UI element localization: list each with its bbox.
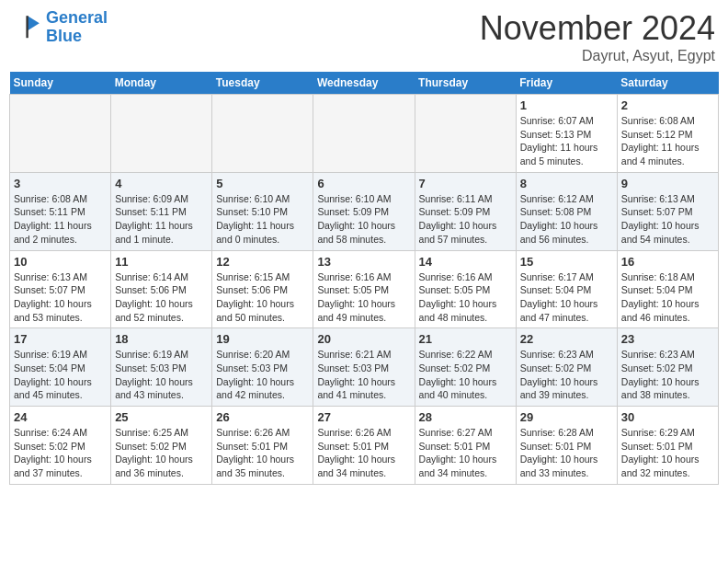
weekday-header: Monday — [111, 72, 212, 95]
calendar-cell: 19Sunrise: 6:20 AM Sunset: 5:03 PM Dayli… — [212, 328, 313, 407]
day-number: 2 — [621, 98, 714, 112]
calendar-cell: 18Sunrise: 6:19 AM Sunset: 5:03 PM Dayli… — [111, 328, 212, 407]
day-info: Sunrise: 6:08 AM Sunset: 5:11 PM Dayligh… — [14, 192, 107, 247]
calendar-cell: 29Sunrise: 6:28 AM Sunset: 5:01 PM Dayli… — [516, 407, 617, 485]
calendar-cell: 6Sunrise: 6:10 AM Sunset: 5:09 PM Daylig… — [313, 172, 415, 250]
day-info: Sunrise: 6:16 AM Sunset: 5:05 PM Dayligh… — [317, 270, 410, 325]
calendar-week-row: 17Sunrise: 6:19 AM Sunset: 5:04 PM Dayli… — [10, 328, 719, 407]
calendar-cell: 24Sunrise: 6:24 AM Sunset: 5:02 PM Dayli… — [10, 407, 111, 485]
calendar-cell: 8Sunrise: 6:12 AM Sunset: 5:08 PM Daylig… — [516, 172, 617, 250]
calendar-cell: 2Sunrise: 6:08 AM Sunset: 5:12 PM Daylig… — [617, 95, 718, 173]
header-row: SundayMondayTuesdayWednesdayThursdayFrid… — [10, 72, 719, 95]
day-info: Sunrise: 6:19 AM Sunset: 5:04 PM Dayligh… — [14, 348, 107, 402]
calendar-table: SundayMondayTuesdayWednesdayThursdayFrid… — [9, 72, 719, 485]
calendar-cell: 12Sunrise: 6:15 AM Sunset: 5:06 PM Dayli… — [212, 250, 313, 328]
day-info: Sunrise: 6:17 AM Sunset: 5:04 PM Dayligh… — [520, 270, 613, 325]
calendar-cell: 30Sunrise: 6:29 AM Sunset: 5:01 PM Dayli… — [617, 407, 718, 485]
day-info: Sunrise: 6:28 AM Sunset: 5:01 PM Dayligh… — [520, 426, 613, 480]
day-number: 14 — [419, 255, 512, 269]
logo-icon — [13, 13, 42, 42]
day-number: 20 — [317, 332, 410, 346]
day-number: 25 — [115, 410, 208, 424]
weekday-header: Saturday — [617, 72, 718, 95]
day-info: Sunrise: 6:14 AM Sunset: 5:06 PM Dayligh… — [115, 270, 208, 325]
day-number: 23 — [621, 332, 714, 346]
day-info: Sunrise: 6:19 AM Sunset: 5:03 PM Dayligh… — [115, 348, 208, 402]
calendar-cell: 22Sunrise: 6:23 AM Sunset: 5:02 PM Dayli… — [516, 328, 617, 407]
day-number: 17 — [14, 332, 107, 346]
calendar-cell: 11Sunrise: 6:14 AM Sunset: 5:06 PM Dayli… — [111, 250, 212, 328]
day-number: 11 — [115, 255, 208, 269]
day-number: 3 — [14, 177, 107, 190]
day-number: 24 — [14, 410, 107, 424]
day-number: 18 — [115, 332, 208, 346]
calendar-cell — [111, 95, 212, 173]
weekday-header: Friday — [516, 72, 617, 95]
calendar-cell: 3Sunrise: 6:08 AM Sunset: 5:11 PM Daylig… — [10, 172, 111, 250]
title-area: November 2024 Dayrut, Asyut, Egypt — [480, 9, 715, 64]
calendar-cell — [313, 95, 415, 173]
day-info: Sunrise: 6:07 AM Sunset: 5:13 PM Dayligh… — [520, 114, 613, 168]
day-info: Sunrise: 6:25 AM Sunset: 5:02 PM Dayligh… — [115, 426, 208, 480]
day-number: 16 — [621, 255, 714, 269]
calendar-cell: 7Sunrise: 6:11 AM Sunset: 5:09 PM Daylig… — [415, 172, 516, 250]
day-info: Sunrise: 6:18 AM Sunset: 5:04 PM Dayligh… — [621, 270, 714, 325]
day-number: 12 — [216, 255, 309, 269]
header: General Blue November 2024 Dayrut, Asyut… — [9, 9, 719, 64]
location: Dayrut, Asyut, Egypt — [480, 48, 715, 64]
weekday-header: Wednesday — [313, 72, 415, 95]
day-info: Sunrise: 6:27 AM Sunset: 5:01 PM Dayligh… — [419, 426, 512, 480]
calendar-cell: 5Sunrise: 6:10 AM Sunset: 5:10 PM Daylig… — [212, 172, 313, 250]
day-number: 30 — [621, 410, 714, 424]
day-info: Sunrise: 6:23 AM Sunset: 5:02 PM Dayligh… — [520, 348, 613, 402]
day-info: Sunrise: 6:15 AM Sunset: 5:06 PM Dayligh… — [216, 270, 309, 325]
day-info: Sunrise: 6:26 AM Sunset: 5:01 PM Dayligh… — [317, 426, 410, 480]
day-number: 1 — [520, 98, 613, 112]
day-number: 22 — [520, 332, 613, 346]
calendar-cell — [415, 95, 516, 173]
day-number: 13 — [317, 255, 410, 269]
calendar-cell: 1Sunrise: 6:07 AM Sunset: 5:13 PM Daylig… — [516, 95, 617, 173]
day-number: 7 — [419, 177, 512, 190]
day-number: 26 — [216, 410, 309, 424]
day-number: 4 — [115, 177, 208, 190]
day-number: 9 — [621, 177, 714, 190]
day-number: 21 — [419, 332, 512, 346]
calendar-cell: 10Sunrise: 6:13 AM Sunset: 5:07 PM Dayli… — [10, 250, 111, 328]
calendar-cell: 23Sunrise: 6:23 AM Sunset: 5:02 PM Dayli… — [617, 328, 718, 407]
day-info: Sunrise: 6:24 AM Sunset: 5:02 PM Dayligh… — [14, 426, 107, 480]
day-info: Sunrise: 6:22 AM Sunset: 5:02 PM Dayligh… — [419, 348, 512, 402]
day-info: Sunrise: 6:13 AM Sunset: 5:07 PM Dayligh… — [14, 270, 107, 325]
month-title: November 2024 — [480, 9, 715, 48]
logo: General Blue — [13, 9, 108, 46]
calendar-cell: 15Sunrise: 6:17 AM Sunset: 5:04 PM Dayli… — [516, 250, 617, 328]
calendar-week-row: 3Sunrise: 6:08 AM Sunset: 5:11 PM Daylig… — [10, 172, 719, 250]
weekday-header: Thursday — [415, 72, 516, 95]
calendar-cell: 28Sunrise: 6:27 AM Sunset: 5:01 PM Dayli… — [415, 407, 516, 485]
day-info: Sunrise: 6:13 AM Sunset: 5:07 PM Dayligh… — [621, 192, 714, 247]
calendar-cell: 21Sunrise: 6:22 AM Sunset: 5:02 PM Dayli… — [415, 328, 516, 407]
day-number: 8 — [520, 177, 613, 190]
day-number: 29 — [520, 410, 613, 424]
weekday-header: Sunday — [10, 72, 111, 95]
calendar-cell: 14Sunrise: 6:16 AM Sunset: 5:05 PM Dayli… — [415, 250, 516, 328]
calendar-week-row: 10Sunrise: 6:13 AM Sunset: 5:07 PM Dayli… — [10, 250, 719, 328]
day-info: Sunrise: 6:23 AM Sunset: 5:02 PM Dayligh… — [621, 348, 714, 402]
calendar-cell: 9Sunrise: 6:13 AM Sunset: 5:07 PM Daylig… — [617, 172, 718, 250]
day-info: Sunrise: 6:16 AM Sunset: 5:05 PM Dayligh… — [419, 270, 512, 325]
logo-line2: Blue — [46, 27, 82, 45]
day-info: Sunrise: 6:20 AM Sunset: 5:03 PM Dayligh… — [216, 348, 309, 402]
calendar-cell: 27Sunrise: 6:26 AM Sunset: 5:01 PM Dayli… — [313, 407, 415, 485]
calendar-cell: 13Sunrise: 6:16 AM Sunset: 5:05 PM Dayli… — [313, 250, 415, 328]
calendar-cell: 25Sunrise: 6:25 AM Sunset: 5:02 PM Dayli… — [111, 407, 212, 485]
day-number: 10 — [14, 255, 107, 269]
day-info: Sunrise: 6:10 AM Sunset: 5:09 PM Dayligh… — [317, 192, 410, 247]
calendar-cell: 4Sunrise: 6:09 AM Sunset: 5:11 PM Daylig… — [111, 172, 212, 250]
day-info: Sunrise: 6:21 AM Sunset: 5:03 PM Dayligh… — [317, 348, 410, 402]
calendar-cell: 26Sunrise: 6:26 AM Sunset: 5:01 PM Dayli… — [212, 407, 313, 485]
svg-rect-2 — [26, 16, 28, 38]
weekday-header: Tuesday — [212, 72, 313, 95]
day-info: Sunrise: 6:29 AM Sunset: 5:01 PM Dayligh… — [621, 426, 714, 480]
calendar-week-row: 24Sunrise: 6:24 AM Sunset: 5:02 PM Dayli… — [10, 407, 719, 485]
day-number: 27 — [317, 410, 410, 424]
